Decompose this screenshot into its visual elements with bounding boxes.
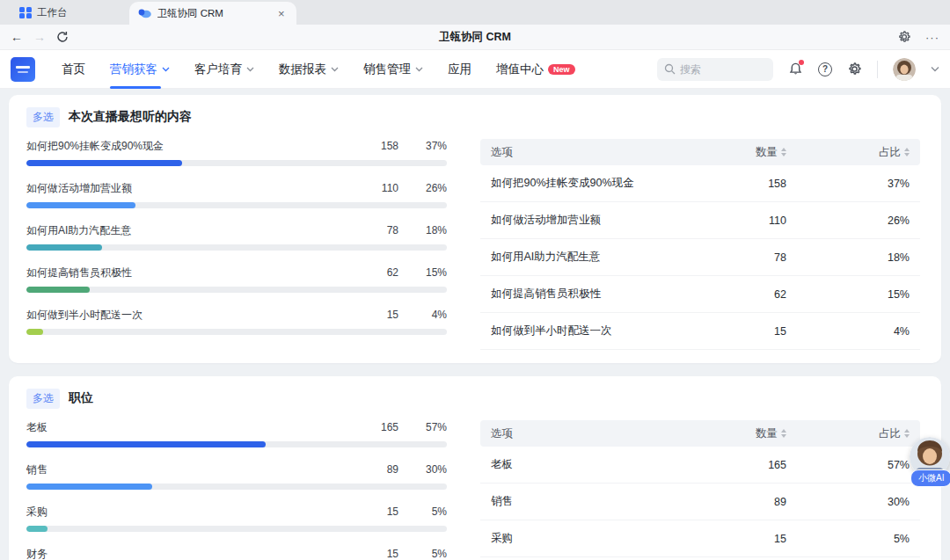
header-percent-sort[interactable]: 占比: [786, 426, 910, 441]
bar-item: 如何做活动增加营业额11026%: [26, 181, 447, 208]
bar-item: 财务155%: [26, 547, 447, 560]
help-button[interactable]: ?: [818, 62, 832, 76]
option-label: 如何用AI助力汽配生意: [26, 223, 337, 238]
table-row: 采购155%: [480, 520, 920, 557]
option-label: 如何把90%挂帐变成90%现金: [26, 139, 337, 154]
favicon-icon: [138, 8, 151, 18]
cell-option: 如何做活动增加营业额: [491, 213, 690, 228]
section-title: 本次直播最想听的内容: [69, 109, 192, 125]
option-count: 110: [337, 182, 398, 194]
cell-percent: 57%: [786, 459, 910, 471]
bar-fill: [26, 202, 135, 208]
nav-item-5[interactable]: 应用: [435, 50, 484, 89]
nav-item-label: 首页: [62, 62, 85, 77]
cell-option: 如何提高销售员积极性: [491, 287, 690, 302]
bar-track: [26, 526, 447, 532]
bar-fill: [26, 441, 266, 447]
search-box[interactable]: [657, 58, 773, 81]
nav-item-label: 增值中心: [496, 62, 544, 77]
header-percent-sort[interactable]: 占比: [786, 145, 910, 160]
nav-item-label: 营销获客: [110, 62, 157, 77]
user-avatar[interactable]: [893, 58, 916, 81]
bar-track: [26, 160, 447, 166]
cell-percent: 30%: [786, 496, 910, 508]
header-count-sort[interactable]: 数量: [690, 145, 786, 160]
option-count: 15: [337, 505, 398, 518]
nav-item-4[interactable]: 销售管理: [351, 50, 435, 89]
nav-item-1[interactable]: 营销获客: [98, 50, 182, 89]
table-header: 选项 数量 占比: [480, 420, 920, 447]
table-row: 如何做活动增加营业额11026%: [480, 202, 920, 239]
cell-count: 62: [690, 288, 786, 301]
forward-button[interactable]: →: [28, 30, 51, 44]
more-icon[interactable]: ···: [925, 31, 939, 44]
table-row: 如何做到半小时配送一次154%: [480, 313, 920, 350]
option-percent: 5%: [398, 548, 447, 560]
cell-percent: 4%: [786, 325, 910, 338]
bar-item: 老板16557%: [26, 420, 447, 447]
option-label: 如何做到半小时配送一次: [26, 308, 337, 323]
bar-track: [26, 244, 447, 251]
bar-fill: [26, 244, 102, 251]
cell-count: 15: [690, 533, 786, 545]
nav-item-3[interactable]: 数据报表: [267, 50, 351, 89]
cell-option: 销售: [491, 494, 690, 509]
ai-assistant-widget[interactable]: 小微AI: [910, 437, 950, 477]
account-menu-button[interactable]: [931, 66, 939, 72]
header-count-label: 数量: [756, 426, 778, 441]
option-count: 78: [337, 224, 398, 236]
bar-item: 采购155%: [26, 505, 447, 532]
cell-count: 158: [690, 178, 786, 190]
multi-select-badge: 多选: [26, 107, 60, 127]
page-title: 卫瓴协同 CRM: [0, 30, 950, 45]
browser-tab-crm[interactable]: 卫瓴协同 CRM ×: [129, 2, 296, 25]
workspace-grid-icon: [19, 7, 31, 18]
bar-fill: [26, 526, 48, 532]
back-button[interactable]: ←: [5, 30, 28, 44]
cell-percent: 5%: [786, 533, 910, 545]
refresh-button[interactable]: [56, 31, 69, 43]
nav-item-0[interactable]: 首页: [49, 50, 98, 89]
search-input[interactable]: [680, 63, 759, 76]
window-settings-button[interactable]: [897, 30, 911, 44]
cell-count: 165: [690, 459, 786, 471]
option-percent: 18%: [398, 224, 447, 236]
table-row: 如何把90%挂帐变成90%现金15837%: [480, 165, 920, 202]
divider: [877, 61, 878, 78]
bar-chart: 如何把90%挂帐变成90%现金15837%如何做活动增加营业额11026%如何用…: [26, 139, 447, 350]
header-count-sort[interactable]: 数量: [690, 426, 786, 441]
main-content: 多选 本次直播最想听的内容 如何把90%挂帐变成90%现金15837%如何做活动…: [0, 89, 950, 560]
notifications-button[interactable]: [788, 62, 803, 76]
option-label: 财务: [26, 547, 337, 560]
settings-button[interactable]: [847, 62, 862, 76]
nav-item-label: 数据报表: [279, 62, 326, 77]
gear-icon: [847, 62, 862, 76]
table-row: 如何提高销售员积极性6215%: [480, 276, 920, 313]
new-badge: New: [548, 64, 575, 75]
cell-option: 如何做到半小时配送一次: [491, 324, 690, 338]
result-table: 选项 数量 占比 如何把90%挂帐变成90%现金15837%如何做活动增加营业额…: [480, 139, 920, 350]
nav-item-6[interactable]: 增值中心New: [484, 50, 588, 89]
nav-item-label: 应用: [448, 62, 471, 77]
option-count: 15: [337, 309, 398, 321]
app-nav: 首页营销获客客户培育数据报表销售管理应用增值中心New ?: [0, 50, 950, 89]
bar-chart: 老板16557%销售8930%采购155%财务155%: [26, 420, 447, 560]
chevron-down-icon: [162, 67, 170, 72]
table-row: 如何用AI助力汽配生意7818%: [480, 239, 920, 276]
option-percent: 26%: [398, 182, 447, 194]
cell-count: 15: [690, 325, 786, 338]
bar-item: 如何把90%挂帐变成90%现金15837%: [26, 139, 447, 166]
bar-item: 如何做到半小时配送一次154%: [26, 308, 447, 335]
workspace-tab[interactable]: 工作台: [7, 0, 80, 25]
gear-icon: [897, 30, 911, 44]
option-percent: 4%: [398, 309, 447, 321]
cell-option: 如何把90%挂帐变成90%现金: [491, 176, 690, 191]
search-icon: [664, 63, 676, 75]
option-label: 老板: [26, 420, 337, 435]
option-percent: 15%: [398, 266, 447, 279]
bar-track: [26, 329, 447, 335]
bar-item: 如何用AI助力汽配生意7818%: [26, 223, 447, 251]
header-count-label: 数量: [756, 145, 778, 160]
close-icon[interactable]: ×: [275, 7, 288, 20]
nav-item-2[interactable]: 客户培育: [182, 50, 267, 89]
